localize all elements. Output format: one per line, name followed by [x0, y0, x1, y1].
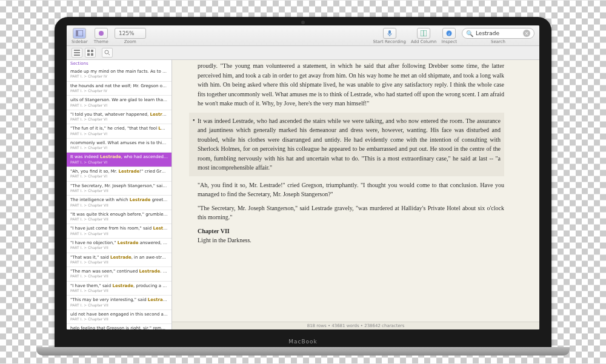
svg-rect-9 — [74, 52, 80, 53]
list-item-title: help feeling that Gregson is right, sir,… — [70, 326, 168, 329]
find-button[interactable] — [102, 48, 113, 58]
list-item[interactable]: "The fun of it is," he cried, "that that… — [67, 124, 171, 139]
list-item[interactable]: the hounds and not the wolf; Mr. Gregson… — [67, 82, 171, 96]
status-bar: 818 rows • 43681 words • 238642 characte… — [172, 322, 539, 329]
add-column-icon — [421, 30, 427, 36]
list-item-meta: PART I. > Chapter VI — [70, 117, 168, 121]
svg-rect-10 — [74, 55, 80, 56]
svg-rect-13 — [87, 53, 90, 56]
svg-rect-14 — [91, 53, 93, 56]
zoom-select[interactable]: 125% — [115, 28, 146, 39]
search-label: Search — [491, 39, 505, 44]
chapter-heading: Chapter VII — [198, 227, 504, 236]
main-toolbar: Sidebar Theme 125% Zoom — [67, 25, 539, 46]
paragraph: "The Secretary, Mr. Joseph Stangerson," … — [198, 204, 504, 222]
laptop-base — [36, 347, 570, 356]
svg-rect-11 — [87, 50, 90, 52]
svg-text:i: i — [448, 31, 450, 36]
list-item-meta: PART I. > Chapter VII — [70, 260, 168, 264]
start-recording-label: Start Recording — [373, 39, 406, 44]
list-item[interactable]: "This may be very interesting," said Les… — [67, 296, 171, 310]
list-item[interactable]: "Ah, you find it so, Mr. Lestrade!" crie… — [67, 167, 171, 182]
list-item[interactable]: "The man was seen," continued Lestrade. … — [67, 267, 171, 282]
list-item[interactable]: It was indeed Lestrade, who had ascended… — [67, 153, 171, 167]
svg-rect-8 — [74, 50, 80, 51]
camera-dot — [301, 21, 305, 24]
list-item-meta: PART I. > Chapter IV — [70, 88, 168, 93]
list-item-title: "That was it," said Lestrade, in an awe-… — [70, 255, 168, 260]
list-item[interactable]: "It was quite thick enough before," grum… — [67, 210, 171, 225]
sidebar-toggle-button[interactable] — [73, 28, 86, 39]
svg-line-16 — [108, 54, 110, 56]
view-mode-2-button[interactable] — [85, 48, 96, 58]
list-item-title: "This may be very interesting," said Les… — [70, 297, 168, 302]
list-item[interactable]: ncommonly well. What amuses me is to thi… — [67, 139, 171, 153]
list-item-title: the hounds and not the wolf; Mr. Gregson… — [70, 84, 168, 88]
list-item-title: "The man was seen," continued Lestrade. … — [70, 269, 168, 274]
info-icon: i — [446, 30, 452, 36]
theme-button[interactable] — [95, 28, 108, 39]
paragraph: "Ah, you find it so, Mr. Lestrade!" crie… — [198, 180, 504, 199]
list-item-title: "The Secretary, Mr. Joseph Stangerson," … — [70, 184, 168, 188]
list-item-meta: PART I. > Chapter VII — [70, 317, 168, 321]
search-icon: 🔍 — [466, 30, 473, 37]
zoom-label: Zoom — [124, 39, 136, 44]
list-item-title: It was indeed Lestrade, who had ascended… — [70, 154, 168, 159]
list-item-meta: PART I. > Chapter VII — [70, 217, 168, 221]
list-item-meta: PART I. > Chapter VI — [70, 160, 168, 164]
list-item-meta: PART I. > Chapter VII — [70, 188, 168, 193]
list-item[interactable]: help feeling that Gregson is right, sir,… — [67, 324, 171, 329]
zoom-value: 125% — [119, 30, 135, 36]
list-item[interactable]: "I have them," said Lestrade, producing … — [67, 282, 171, 296]
clear-search-button[interactable]: × — [523, 30, 530, 37]
list-item-meta: PART I. > Chapter VI — [70, 174, 168, 178]
sidebar-list: made up my mind on the main facts. As to… — [67, 67, 171, 329]
grid-icon — [87, 50, 93, 56]
list-item-title: "I have them," said Lestrade, producing … — [70, 283, 168, 288]
svg-rect-12 — [91, 50, 93, 52]
microphone-icon — [387, 30, 392, 36]
start-recording-button[interactable] — [383, 28, 396, 39]
list-item[interactable]: uld not have been engaged in this second… — [67, 310, 171, 325]
view-mode-1-button[interactable] — [72, 48, 82, 58]
document-body[interactable]: proudly. "The young man volunteered a st… — [172, 60, 539, 322]
svg-point-15 — [105, 50, 108, 54]
list-item[interactable]: "I have no objection," Lestrade answered… — [67, 239, 171, 253]
list-item[interactable]: The intelligence with which Lestrade gre… — [67, 196, 171, 210]
list-item-title: "I told you that, whatever happened, Les… — [70, 112, 168, 117]
svg-rect-1 — [76, 30, 78, 36]
sidebar-icon — [76, 30, 83, 36]
sections-sidebar: Sections made up my mind on the main fac… — [67, 60, 172, 329]
sections-header: Sections — [67, 60, 171, 67]
sidebar-label: Sidebar — [72, 39, 88, 44]
list-item[interactable]: "That was it," said Lestrade, in an awe-… — [67, 253, 171, 268]
list-item[interactable]: made up my mind on the main facts. As to… — [67, 67, 171, 82]
secondary-toolbar — [67, 46, 539, 60]
list-item-meta: PART I. > Chapter VI — [70, 131, 168, 136]
svg-point-2 — [99, 31, 104, 36]
add-column-label: Add Column — [411, 39, 437, 44]
paragraph-highlighted: It was indeed Lestrade, who had ascended… — [189, 113, 504, 176]
list-item[interactable]: "I have just come from his room," said L… — [67, 224, 171, 239]
list-item[interactable]: "I told you that, whatever happened, Les… — [67, 110, 171, 125]
list-item-title: "The fun of it is," he cried, "that that… — [70, 126, 168, 131]
add-column-button[interactable] — [417, 28, 430, 39]
magnifier-icon — [104, 50, 110, 56]
list-item[interactable]: "The Secretary, Mr. Joseph Stangerson," … — [67, 182, 171, 196]
list-icon — [74, 50, 80, 56]
list-item-meta: PART I. > Chapter VII — [70, 203, 168, 207]
list-item-title: "It was quite thick enough before," grum… — [70, 212, 168, 217]
list-item-title: "I have just come from his room," said L… — [70, 226, 168, 231]
list-item-meta: PART I. > Chapter VII — [70, 245, 168, 250]
list-item[interactable]: uits of Stangerson. We are glad to learn… — [67, 96, 171, 110]
list-item-meta: PART I. > Chapter VII — [70, 288, 168, 293]
list-item-meta: PART I. > Chapter VII — [70, 303, 168, 307]
search-input[interactable]: 🔍 Lestrade × — [462, 28, 534, 39]
inspect-button[interactable]: i — [442, 28, 456, 39]
list-item-meta: PART I. > Chapter VI — [70, 103, 168, 107]
list-item-meta: PART I. > Chapter VI — [70, 145, 168, 150]
list-item-title: made up my mind on the main facts. As to… — [70, 69, 168, 74]
list-item-title: ncommonly well. What amuses me is to thi… — [70, 141, 168, 145]
list-item-meta: PART I. > Chapter VII — [70, 274, 168, 278]
list-item-meta: PART I. > Chapter IV — [70, 74, 168, 78]
